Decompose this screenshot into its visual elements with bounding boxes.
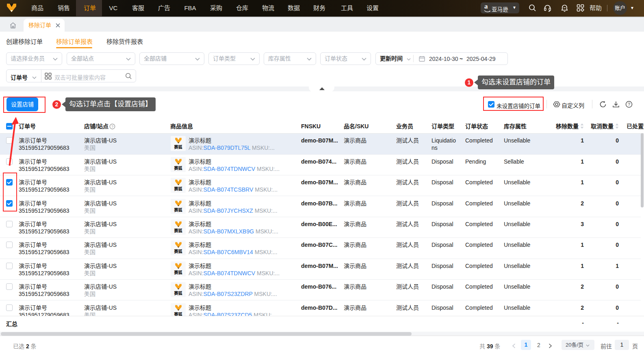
svg-text:?: ?	[628, 102, 630, 107]
svg-text:?: ?	[111, 125, 113, 129]
